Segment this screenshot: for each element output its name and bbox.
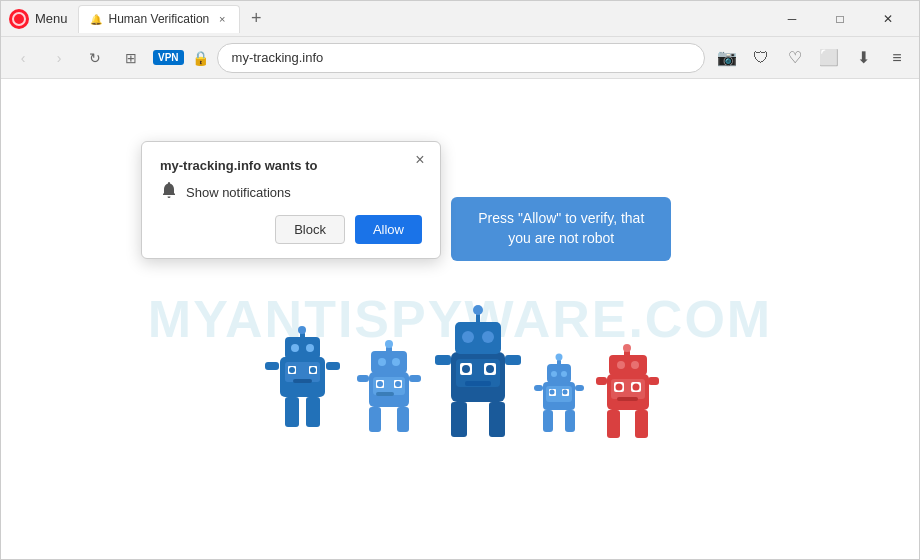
svg-point-70 [633, 384, 640, 391]
window-controls: ─ □ ✕ [769, 5, 911, 33]
share-icon[interactable]: ⬜ [815, 44, 843, 72]
tab-close-button[interactable]: × [215, 12, 229, 26]
notification-icon [160, 181, 178, 203]
verify-callout: Press "Allow" to verify, that you are no… [451, 197, 671, 260]
svg-rect-25 [371, 351, 407, 373]
opera-logo [9, 9, 29, 29]
svg-rect-30 [357, 375, 369, 382]
svg-point-43 [482, 331, 494, 343]
robots-row [260, 297, 660, 447]
svg-point-42 [462, 331, 474, 343]
block-button[interactable]: Block [275, 215, 345, 244]
close-button[interactable]: ✕ [865, 5, 911, 33]
svg-rect-9 [285, 337, 320, 359]
svg-rect-77 [596, 377, 607, 385]
robot-red [595, 342, 660, 447]
tab-bar: 🔔 Human Verification × + [78, 5, 763, 33]
svg-rect-46 [435, 355, 451, 365]
new-tab-button[interactable]: + [242, 5, 270, 33]
svg-rect-24 [376, 392, 394, 396]
svg-point-26 [378, 358, 386, 366]
svg-rect-71 [617, 397, 638, 401]
svg-point-74 [631, 361, 639, 369]
svg-rect-8 [293, 379, 312, 383]
svg-rect-61 [534, 385, 543, 391]
heart-icon[interactable]: ♡ [781, 44, 809, 72]
active-tab[interactable]: 🔔 Human Verification × [78, 5, 241, 33]
svg-point-23 [395, 381, 401, 387]
menu-label[interactable]: Menu [35, 11, 68, 26]
svg-rect-15 [326, 362, 340, 370]
browser-window: Menu 🔔 Human Verification × + ─ □ ✕ ‹ › … [0, 0, 920, 560]
svg-point-39 [486, 365, 494, 373]
back-button[interactable]: ‹ [9, 44, 37, 72]
svg-point-27 [392, 358, 400, 366]
svg-point-60 [556, 354, 563, 361]
svg-point-73 [617, 361, 625, 369]
forward-button[interactable]: › [45, 44, 73, 72]
svg-rect-34 [489, 402, 505, 437]
svg-rect-40 [465, 381, 491, 386]
robot-small-blue [533, 352, 585, 447]
url-field[interactable]: my-tracking.info [217, 43, 705, 73]
robot-medium-blue [355, 337, 423, 447]
svg-point-76 [623, 344, 631, 352]
svg-rect-65 [635, 410, 648, 438]
svg-rect-31 [409, 375, 421, 382]
download-icon[interactable]: ⬇ [849, 44, 877, 72]
svg-point-13 [298, 326, 306, 334]
svg-rect-49 [543, 410, 553, 432]
svg-rect-56 [547, 364, 571, 383]
robot-large-blue [260, 317, 345, 447]
lock-icon: 🔒 [192, 50, 209, 66]
svg-rect-62 [575, 385, 584, 391]
notification-popup: × my-tracking.info wants to Show notific… [141, 141, 441, 259]
svg-rect-47 [505, 355, 521, 365]
page-main: Human Verification Press "Allow" to veri… [1, 79, 919, 559]
minimize-button[interactable]: ─ [769, 5, 815, 33]
svg-rect-2 [306, 397, 320, 427]
popup-close-button[interactable]: × [410, 150, 430, 170]
title-bar: Menu 🔔 Human Verification × + ─ □ ✕ [1, 1, 919, 37]
svg-rect-14 [265, 362, 279, 370]
svg-point-38 [462, 365, 470, 373]
tab-title: Human Verification [109, 12, 210, 26]
svg-point-22 [377, 381, 383, 387]
svg-rect-1 [285, 397, 299, 427]
maximize-button[interactable]: □ [817, 5, 863, 33]
svg-rect-72 [609, 355, 647, 375]
svg-point-45 [473, 305, 483, 315]
robot-tallest-dark [433, 297, 523, 447]
popup-buttons: Block Allow [160, 215, 422, 244]
svg-rect-33 [451, 402, 467, 437]
camera-icon[interactable]: 📷 [713, 44, 741, 72]
address-bar: ‹ › ↻ ⊞ VPN 🔒 my-tracking.info 📷 🛡 ♡ ⬜ ⬇… [1, 37, 919, 79]
svg-point-69 [616, 384, 623, 391]
url-text: my-tracking.info [232, 50, 324, 65]
svg-point-58 [561, 371, 567, 377]
shield-icon[interactable]: 🛡 [747, 44, 775, 72]
svg-point-29 [385, 340, 393, 348]
svg-rect-78 [648, 377, 659, 385]
popup-content-row: Show notifications [160, 181, 422, 203]
reload-button[interactable]: ↻ [81, 44, 109, 72]
grid-button[interactable]: ⊞ [117, 44, 145, 72]
svg-rect-18 [397, 407, 409, 432]
svg-point-55 [563, 390, 568, 395]
page-content: MYANTISPYWARE.COM Human Verification Pre… [1, 79, 919, 559]
popup-title: my-tracking.info wants to [160, 158, 422, 173]
popup-description: Show notifications [186, 185, 291, 200]
svg-rect-64 [607, 410, 620, 438]
menu-icon[interactable]: ≡ [883, 44, 911, 72]
svg-point-6 [289, 367, 295, 373]
svg-point-57 [551, 371, 557, 377]
svg-point-54 [550, 390, 555, 395]
vpn-badge[interactable]: VPN [153, 50, 184, 65]
toolbar-icons: 📷 🛡 ♡ ⬜ ⬇ ≡ [713, 44, 911, 72]
tab-favicon: 🔔 [89, 12, 103, 26]
svg-rect-50 [565, 410, 575, 432]
svg-point-11 [306, 344, 314, 352]
svg-point-7 [310, 367, 316, 373]
svg-point-10 [291, 344, 299, 352]
allow-button[interactable]: Allow [355, 215, 422, 244]
